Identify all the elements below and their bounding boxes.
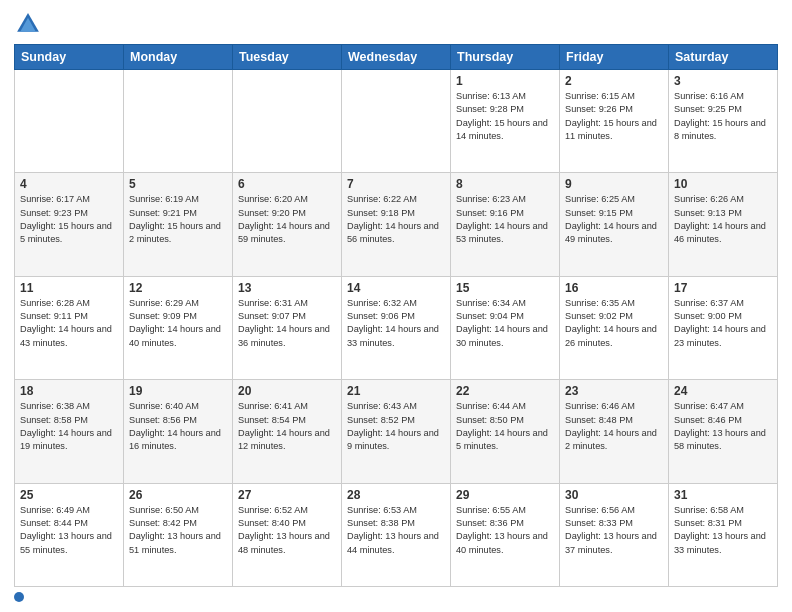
day-info: Sunrise: 6:20 AM Sunset: 9:20 PM Dayligh… — [238, 193, 336, 246]
day-cell: 19Sunrise: 6:40 AM Sunset: 8:56 PM Dayli… — [124, 380, 233, 483]
day-cell: 31Sunrise: 6:58 AM Sunset: 8:31 PM Dayli… — [669, 483, 778, 586]
day-info: Sunrise: 6:23 AM Sunset: 9:16 PM Dayligh… — [456, 193, 554, 246]
day-cell: 16Sunrise: 6:35 AM Sunset: 9:02 PM Dayli… — [560, 276, 669, 379]
calendar-header-row: Sunday Monday Tuesday Wednesday Thursday… — [15, 45, 778, 70]
week-row-5: 25Sunrise: 6:49 AM Sunset: 8:44 PM Dayli… — [15, 483, 778, 586]
day-info: Sunrise: 6:15 AM Sunset: 9:26 PM Dayligh… — [565, 90, 663, 143]
day-number: 3 — [674, 74, 772, 88]
day-info: Sunrise: 6:44 AM Sunset: 8:50 PM Dayligh… — [456, 400, 554, 453]
day-number: 21 — [347, 384, 445, 398]
day-number: 1 — [456, 74, 554, 88]
day-cell: 23Sunrise: 6:46 AM Sunset: 8:48 PM Dayli… — [560, 380, 669, 483]
logo-icon — [14, 10, 42, 38]
logo — [14, 10, 46, 38]
day-info: Sunrise: 6:46 AM Sunset: 8:48 PM Dayligh… — [565, 400, 663, 453]
day-info: Sunrise: 6:38 AM Sunset: 8:58 PM Dayligh… — [20, 400, 118, 453]
page: Sunday Monday Tuesday Wednesday Thursday… — [0, 0, 792, 612]
day-cell: 20Sunrise: 6:41 AM Sunset: 8:54 PM Dayli… — [233, 380, 342, 483]
day-number: 22 — [456, 384, 554, 398]
day-cell: 17Sunrise: 6:37 AM Sunset: 9:00 PM Dayli… — [669, 276, 778, 379]
day-cell: 24Sunrise: 6:47 AM Sunset: 8:46 PM Dayli… — [669, 380, 778, 483]
day-number: 27 — [238, 488, 336, 502]
day-number: 2 — [565, 74, 663, 88]
day-cell: 5Sunrise: 6:19 AM Sunset: 9:21 PM Daylig… — [124, 173, 233, 276]
col-thursday: Thursday — [451, 45, 560, 70]
day-number: 14 — [347, 281, 445, 295]
day-cell: 14Sunrise: 6:32 AM Sunset: 9:06 PM Dayli… — [342, 276, 451, 379]
day-cell: 4Sunrise: 6:17 AM Sunset: 9:23 PM Daylig… — [15, 173, 124, 276]
day-number: 6 — [238, 177, 336, 191]
day-info: Sunrise: 6:28 AM Sunset: 9:11 PM Dayligh… — [20, 297, 118, 350]
day-cell: 28Sunrise: 6:53 AM Sunset: 8:38 PM Dayli… — [342, 483, 451, 586]
day-info: Sunrise: 6:29 AM Sunset: 9:09 PM Dayligh… — [129, 297, 227, 350]
day-number: 9 — [565, 177, 663, 191]
day-cell: 10Sunrise: 6:26 AM Sunset: 9:13 PM Dayli… — [669, 173, 778, 276]
legend — [14, 592, 778, 602]
day-number: 28 — [347, 488, 445, 502]
col-monday: Monday — [124, 45, 233, 70]
day-info: Sunrise: 6:34 AM Sunset: 9:04 PM Dayligh… — [456, 297, 554, 350]
day-cell: 21Sunrise: 6:43 AM Sunset: 8:52 PM Dayli… — [342, 380, 451, 483]
day-info: Sunrise: 6:26 AM Sunset: 9:13 PM Dayligh… — [674, 193, 772, 246]
day-number: 17 — [674, 281, 772, 295]
day-cell: 3Sunrise: 6:16 AM Sunset: 9:25 PM Daylig… — [669, 70, 778, 173]
day-number: 24 — [674, 384, 772, 398]
col-tuesday: Tuesday — [233, 45, 342, 70]
day-number: 13 — [238, 281, 336, 295]
day-info: Sunrise: 6:43 AM Sunset: 8:52 PM Dayligh… — [347, 400, 445, 453]
day-info: Sunrise: 6:17 AM Sunset: 9:23 PM Dayligh… — [20, 193, 118, 246]
day-cell: 18Sunrise: 6:38 AM Sunset: 8:58 PM Dayli… — [15, 380, 124, 483]
day-info: Sunrise: 6:47 AM Sunset: 8:46 PM Dayligh… — [674, 400, 772, 453]
day-info: Sunrise: 6:40 AM Sunset: 8:56 PM Dayligh… — [129, 400, 227, 453]
day-number: 20 — [238, 384, 336, 398]
day-number: 10 — [674, 177, 772, 191]
day-info: Sunrise: 6:32 AM Sunset: 9:06 PM Dayligh… — [347, 297, 445, 350]
day-info: Sunrise: 6:35 AM Sunset: 9:02 PM Dayligh… — [565, 297, 663, 350]
day-number: 18 — [20, 384, 118, 398]
day-info: Sunrise: 6:55 AM Sunset: 8:36 PM Dayligh… — [456, 504, 554, 557]
day-cell: 29Sunrise: 6:55 AM Sunset: 8:36 PM Dayli… — [451, 483, 560, 586]
day-number: 7 — [347, 177, 445, 191]
day-cell: 22Sunrise: 6:44 AM Sunset: 8:50 PM Dayli… — [451, 380, 560, 483]
day-info: Sunrise: 6:22 AM Sunset: 9:18 PM Dayligh… — [347, 193, 445, 246]
week-row-4: 18Sunrise: 6:38 AM Sunset: 8:58 PM Dayli… — [15, 380, 778, 483]
col-saturday: Saturday — [669, 45, 778, 70]
day-number: 30 — [565, 488, 663, 502]
calendar-table: Sunday Monday Tuesday Wednesday Thursday… — [14, 44, 778, 587]
day-info: Sunrise: 6:52 AM Sunset: 8:40 PM Dayligh… — [238, 504, 336, 557]
day-info: Sunrise: 6:53 AM Sunset: 8:38 PM Dayligh… — [347, 504, 445, 557]
day-cell: 27Sunrise: 6:52 AM Sunset: 8:40 PM Dayli… — [233, 483, 342, 586]
day-info: Sunrise: 6:37 AM Sunset: 9:00 PM Dayligh… — [674, 297, 772, 350]
day-cell — [233, 70, 342, 173]
day-cell: 12Sunrise: 6:29 AM Sunset: 9:09 PM Dayli… — [124, 276, 233, 379]
day-cell: 6Sunrise: 6:20 AM Sunset: 9:20 PM Daylig… — [233, 173, 342, 276]
day-cell: 13Sunrise: 6:31 AM Sunset: 9:07 PM Dayli… — [233, 276, 342, 379]
day-number: 31 — [674, 488, 772, 502]
day-number: 12 — [129, 281, 227, 295]
day-cell: 7Sunrise: 6:22 AM Sunset: 9:18 PM Daylig… — [342, 173, 451, 276]
day-cell: 30Sunrise: 6:56 AM Sunset: 8:33 PM Dayli… — [560, 483, 669, 586]
day-number: 29 — [456, 488, 554, 502]
day-cell — [342, 70, 451, 173]
col-wednesday: Wednesday — [342, 45, 451, 70]
day-info: Sunrise: 6:49 AM Sunset: 8:44 PM Dayligh… — [20, 504, 118, 557]
week-row-3: 11Sunrise: 6:28 AM Sunset: 9:11 PM Dayli… — [15, 276, 778, 379]
day-number: 23 — [565, 384, 663, 398]
day-number: 26 — [129, 488, 227, 502]
day-number: 8 — [456, 177, 554, 191]
legend-daylight — [14, 592, 29, 602]
day-cell: 15Sunrise: 6:34 AM Sunset: 9:04 PM Dayli… — [451, 276, 560, 379]
day-cell: 2Sunrise: 6:15 AM Sunset: 9:26 PM Daylig… — [560, 70, 669, 173]
day-cell — [124, 70, 233, 173]
day-info: Sunrise: 6:56 AM Sunset: 8:33 PM Dayligh… — [565, 504, 663, 557]
day-number: 11 — [20, 281, 118, 295]
day-number: 4 — [20, 177, 118, 191]
day-cell: 11Sunrise: 6:28 AM Sunset: 9:11 PM Dayli… — [15, 276, 124, 379]
day-info: Sunrise: 6:19 AM Sunset: 9:21 PM Dayligh… — [129, 193, 227, 246]
day-cell: 8Sunrise: 6:23 AM Sunset: 9:16 PM Daylig… — [451, 173, 560, 276]
day-cell: 26Sunrise: 6:50 AM Sunset: 8:42 PM Dayli… — [124, 483, 233, 586]
day-cell: 9Sunrise: 6:25 AM Sunset: 9:15 PM Daylig… — [560, 173, 669, 276]
day-number: 25 — [20, 488, 118, 502]
day-info: Sunrise: 6:25 AM Sunset: 9:15 PM Dayligh… — [565, 193, 663, 246]
legend-dot — [14, 592, 24, 602]
